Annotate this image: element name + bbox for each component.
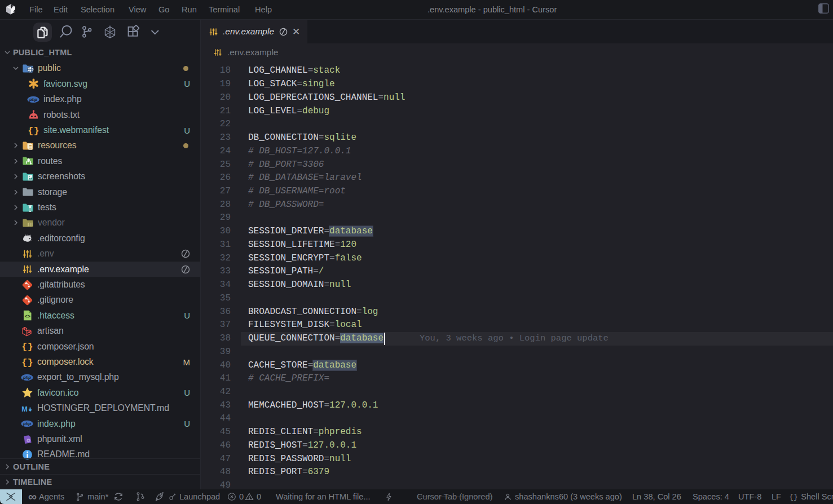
svg-text:{}: {} xyxy=(21,342,33,352)
svg-text:M: M xyxy=(21,405,28,413)
svg-text:{}: {} xyxy=(28,126,39,136)
svg-text:php: php xyxy=(29,97,37,102)
svg-text:<>: <> xyxy=(24,314,30,320)
svg-text:php: php xyxy=(23,375,31,380)
svg-text:php: php xyxy=(23,421,31,426)
svg-text:{}: {} xyxy=(21,357,33,368)
